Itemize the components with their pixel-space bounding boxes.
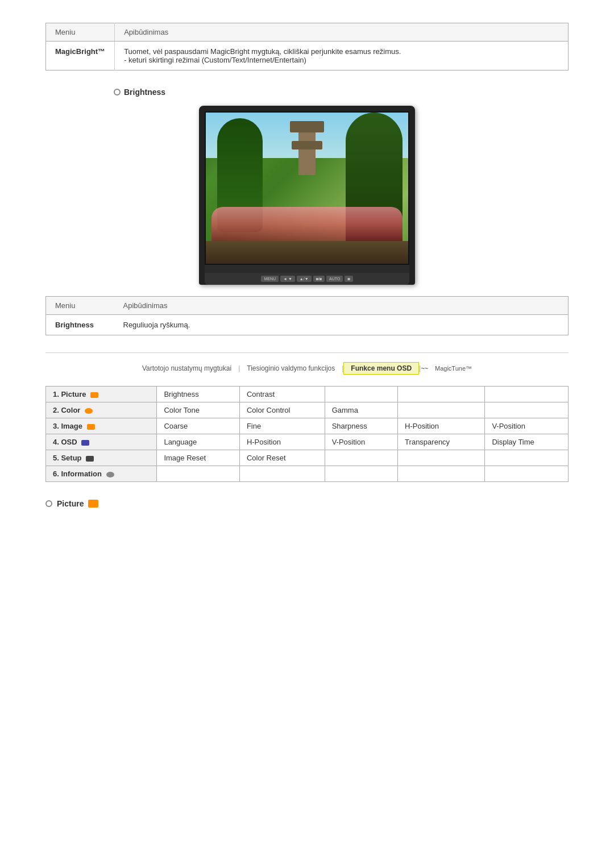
- menu-item-empty-7: [398, 450, 485, 466]
- picture-section-label: Picture: [57, 499, 84, 508]
- menu-cat-picture: 1. Picture: [46, 387, 157, 402]
- magicbright-desc: Tuomet, vėl paspausdami MagicBright mygt…: [115, 41, 569, 70]
- menu-item-empty-3: [485, 387, 569, 402]
- picture-circle-icon: [45, 500, 52, 507]
- brightness-heading-text: Brightness: [124, 88, 165, 97]
- menu-item-h-position[interactable]: H-Position: [398, 418, 485, 434]
- menu-item-image-reset[interactable]: Image Reset: [157, 450, 239, 466]
- monitor-screen: [205, 111, 409, 265]
- menu-item-display-time[interactable]: Display Time: [485, 434, 569, 450]
- image-icon: [87, 424, 95, 430]
- brightness-info-table: Meniu Apibūdinimas Brightness Reguliuoja…: [45, 296, 569, 335]
- menu-item-osd-v-position[interactable]: V-Position: [325, 434, 397, 450]
- menu-cat-information: 6. Information: [46, 466, 157, 482]
- nav-item-user-settings[interactable]: Vartotojo nustatymų mygtukai: [135, 364, 238, 372]
- menu-item-empty-1: [325, 387, 397, 402]
- menu-item-fine[interactable]: Fine: [239, 418, 325, 434]
- menu-item-transparency[interactable]: Transparency: [398, 434, 485, 450]
- menu-item-brightness[interactable]: Brightness: [157, 387, 239, 402]
- brightness-circle-icon: [114, 89, 121, 95]
- menu-item-color-control[interactable]: Color Control: [239, 402, 325, 418]
- nav-item-magictune[interactable]: MagicTune™: [428, 365, 479, 372]
- setup-icon: [86, 456, 94, 462]
- ground: [206, 241, 408, 264]
- brightness-table-col2: Apibūdinimas: [114, 297, 569, 315]
- nav-logo-icon: ~~: [421, 365, 428, 372]
- menu-item-empty-5: [485, 402, 569, 418]
- menu-item-empty-11: [325, 466, 397, 482]
- nav-bar: Vartotojo nustatymų mygtukai | Tiesiogin…: [45, 352, 569, 375]
- picture-section: Picture: [45, 499, 569, 508]
- ctrl-updown[interactable]: ▲/▼: [297, 276, 312, 282]
- menu-cat-image: 3. Image: [46, 418, 157, 434]
- menu-item-empty-4: [398, 402, 485, 418]
- menu-item-gamma[interactable]: Gamma: [325, 402, 397, 418]
- menu-item-empty-10: [239, 466, 325, 482]
- ctrl-menu[interactable]: MENU: [261, 276, 279, 282]
- flowers: [211, 207, 403, 241]
- menu-item-language[interactable]: Language: [157, 434, 239, 450]
- top-info-table: Meniu Apibūdinimas MagicBright™ Tuomet, …: [45, 23, 569, 70]
- brightness-row-desc: Reguliuoja ryškumą.: [114, 315, 569, 335]
- brightness-table-col1: Meniu: [46, 297, 114, 315]
- menu-item-osd-h-position[interactable]: H-Position: [239, 434, 325, 450]
- menu-item-empty-13: [485, 466, 569, 482]
- menu-cat-osd: 4. OSD: [46, 434, 157, 450]
- monitor-controls: MENU ◄ ▼ ▲/▼ ◙/◙ AUTO ◙: [205, 273, 409, 285]
- table-row: 6. Information: [46, 466, 569, 482]
- picture-icon: [90, 392, 98, 398]
- menu-cat-setup: 5. Setup: [46, 450, 157, 466]
- osd-icon: [81, 440, 89, 446]
- top-table-col2-header: Apibūdinimas: [115, 23, 569, 41]
- menu-item-contrast[interactable]: Contrast: [239, 387, 325, 402]
- ctrl-esc[interactable]: ◙/◙: [313, 276, 325, 282]
- menu-item-empty-8: [485, 450, 569, 466]
- ctrl-auto[interactable]: AUTO: [326, 276, 343, 282]
- brightness-section-heading: Brightness: [114, 88, 569, 97]
- color-icon: [85, 408, 93, 414]
- magicbright-label: MagicBright™: [46, 41, 115, 70]
- table-row: 2. Color Color Tone Color Control Gamma: [46, 402, 569, 418]
- menu-item-color-tone[interactable]: Color Tone: [157, 402, 239, 418]
- ctrl-power[interactable]: ◙: [345, 276, 352, 282]
- top-table-col1-header: Meniu: [46, 23, 115, 41]
- menu-cat-color: 2. Color: [46, 402, 157, 418]
- monitor-outer: MENU ◄ ▼ ▲/▼ ◙/◙ AUTO ◙: [199, 106, 415, 285]
- ctrl-arrows[interactable]: ◄ ▼: [280, 276, 295, 282]
- brightness-row-label: Brightness: [46, 315, 114, 335]
- menu-item-empty-12: [398, 466, 485, 482]
- monitor-base-bar: [205, 265, 409, 273]
- picture-orange-icon: [88, 500, 98, 508]
- info-icon: [106, 472, 114, 477]
- menu-item-empty-9: [157, 466, 239, 482]
- table-row: 3. Image Coarse Fine Sharpness H-Positio…: [46, 418, 569, 434]
- monitor-display: MENU ◄ ▼ ▲/▼ ◙/◙ AUTO ◙: [45, 106, 569, 285]
- menu-item-sharpness[interactable]: Sharpness: [325, 418, 397, 434]
- table-row: 1. Picture Brightness Contrast: [46, 387, 569, 402]
- menu-item-v-position[interactable]: V-Position: [485, 418, 569, 434]
- table-row: 5. Setup Image Reset Color Reset: [46, 450, 569, 466]
- table-row: 4. OSD Language H-Position V-Position Tr…: [46, 434, 569, 450]
- menu-grid-table: 1. Picture Brightness Contrast 2. Color …: [45, 386, 569, 482]
- nav-item-funkce-menu[interactable]: Funkce menu OSD: [343, 362, 419, 375]
- menu-item-empty-6: [325, 450, 397, 466]
- nav-item-direct-control[interactable]: Tiesioginio valdymo funkcijos: [240, 364, 342, 372]
- menu-item-empty-2: [398, 387, 485, 402]
- pagoda: [298, 130, 316, 175]
- menu-item-coarse[interactable]: Coarse: [157, 418, 239, 434]
- menu-item-color-reset[interactable]: Color Reset: [239, 450, 325, 466]
